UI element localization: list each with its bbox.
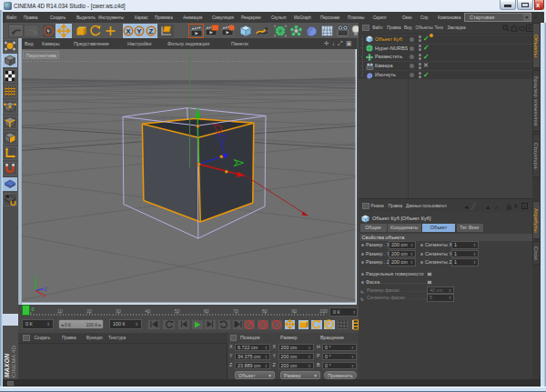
svg-text:50: 50 [175, 308, 180, 314]
svg-text:100: 100 [319, 308, 328, 314]
svg-text:Z: Z [45, 286, 47, 292]
svg-text:30: 30 [116, 308, 121, 314]
svg-text:60: 60 [204, 308, 209, 314]
svg-text:20: 20 [86, 308, 92, 314]
svg-text:Y: Y [137, 26, 143, 35]
svg-text:Z: Z [149, 26, 154, 35]
svg-text:70: 70 [233, 308, 238, 314]
svg-text:X: X [44, 293, 47, 298]
svg-text:X: X [126, 26, 131, 35]
svg-text:10: 10 [57, 308, 63, 314]
svg-text:?: ? [275, 321, 278, 327]
svg-text:80: 80 [262, 308, 268, 314]
svg-text:Y: Y [34, 274, 37, 279]
svg-text:40: 40 [145, 308, 150, 314]
svg-text:P: P [328, 321, 332, 327]
svg-text:90: 90 [291, 308, 297, 314]
